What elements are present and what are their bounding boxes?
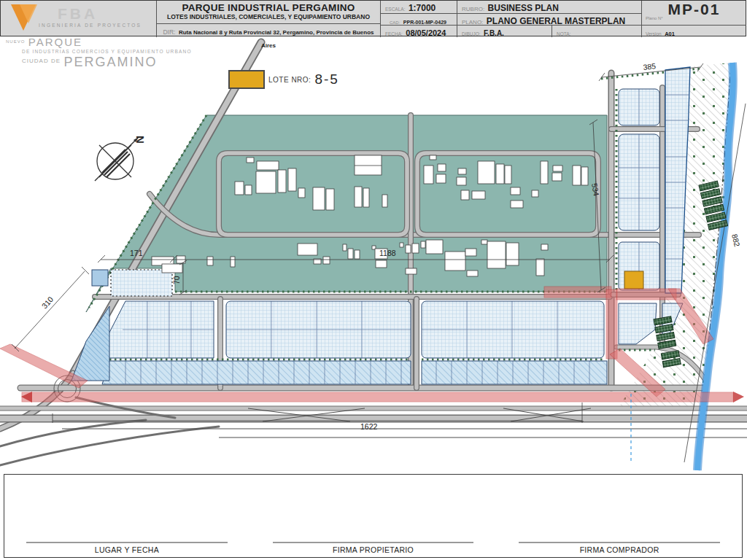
dim-1622: 1622 [360,422,378,431]
dim-171: 171 [130,249,143,257]
signature-field-lugar: LUGAR Y FECHA [26,542,228,555]
sheet-number-cell: MP-01 Plano N° [641,1,746,25]
project-subtitle: LOTES INDUSTRIALES, COMERCIALES, Y EQUIP… [157,13,380,20]
escala-cell: ESCALA: 1:7000 [380,1,457,13]
signature-box: LUGAR Y FECHA FIRMA PROPIETARIO FIRMA CO… [4,474,743,558]
plano-cell: PLANO: PLANO GENERAL MASTERPLAN [457,13,641,25]
lot-triangle-west [71,306,109,381]
heading-line3: PERGAMINO [63,55,157,69]
north-label: N [134,136,147,144]
project-title: PARQUE INDUSTRIAL PERGAMINO [157,2,380,13]
version-value: A01 [665,31,675,37]
signature-label: LUGAR Y FECHA [26,545,228,554]
heading-line3-prefix: CIUDAD DE [22,58,61,64]
signature-line [26,542,228,544]
lot-legend: LOTE NRO: 8-5 [228,70,339,89]
legend-label: LOTE NRO: [268,76,311,84]
signature-label: FIRMA COMPRADOR [519,545,720,554]
project-heading: NUEVO PARQUE DE INDUSTRIAS COMERCIOS Y E… [6,36,192,69]
project-title-cell: PARQUE INDUSTRIAL PERGAMINO LOTES INDUST… [156,1,380,23]
rubro-value: BUSINESS PLAN [488,3,559,13]
dibujo-cell: DIBUJO: F.B.A. [457,25,551,37]
heading-prefix: NUEVO [6,39,25,44]
logo-cell: FBA INGENIERIA DE PROYECTOS [1,1,156,37]
dim-882: 882 [730,233,742,248]
lot-strip-east [422,361,607,384]
dim-385: 385 [643,61,657,71]
heading-line1: PARQUE [28,36,82,48]
lote-8-5-highlight [624,271,643,289]
masterplan-sheet: 385 534 882 171 1188 70 310 1622 N FBA I… [0,0,747,560]
fecha-label: FECHA: [385,31,403,36]
cad-cell: CAD: PPR-001-MP-0429 [380,13,457,25]
signature-label: FIRMA PROPIETARIO [273,545,474,554]
cad-value: PPR-001-MP-0429 [403,20,446,25]
legend-color-swatch [228,70,265,89]
signature-field-propietario: FIRMA PROPIETARIO [273,542,474,555]
lot-strip-west [102,361,411,384]
version-label: Version [646,31,662,36]
company-tagline: INGENIERIA DE PROYECTOS [39,23,142,28]
dir-label: DIR: [163,28,175,36]
signature-line [519,542,720,544]
nota-cell: NOTA: [551,25,641,37]
dim-70: 70 [172,276,181,284]
signature-line [273,542,474,544]
escala-value: 1:7000 [409,3,436,13]
escala-label: ESCALA: [385,7,405,12]
dim-1188: 1188 [379,249,396,257]
dibujo-label: DIBUJO: [462,31,481,36]
title-block: FBA INGENIERIA DE PROYECTOS PARQUE INDUS… [0,0,746,36]
rubro-label: RUBRO: [462,6,484,12]
fecha-cell: FECHA: 08/05/2024 [380,25,457,37]
version-cell: Version A01 [641,25,746,37]
lot-dotted-reserve [111,270,172,296]
dibujo-value: F.B.A. [484,29,504,37]
nota-label: NOTA: [557,31,570,36]
north-compass: N [95,136,147,181]
address-cell: DIR: Ruta Nacional 8 y Ruta Provincial 3… [156,23,380,37]
signature-field-comprador: FIRMA COMPRADOR [519,542,720,555]
company-name: FBA [58,5,98,23]
dim-310: 310 [40,295,55,310]
rubro-cell: RUBRO: BUSINESS PLAN [457,1,641,13]
legend-lot-number: 8-5 [314,71,338,88]
fecha-value: 08/05/2024 [406,28,446,37]
